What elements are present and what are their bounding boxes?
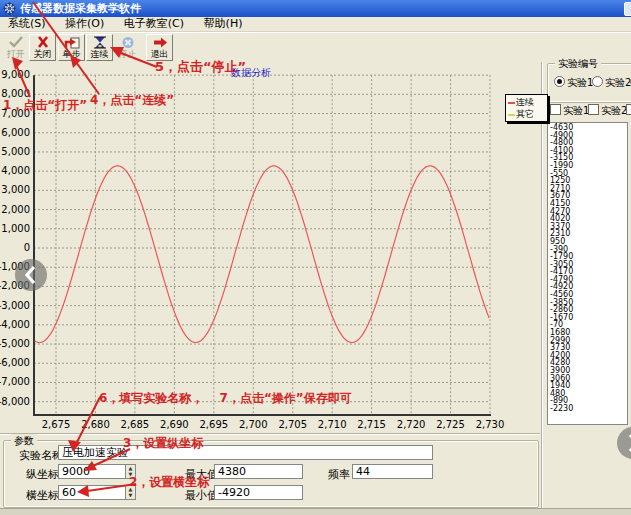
y-axis-input[interactable]: 9000 bbox=[58, 464, 126, 479]
continuous-button[interactable]: 连续 bbox=[86, 34, 113, 61]
radio-experiment-1[interactable]: 实验1 bbox=[554, 76, 593, 90]
svg-text:2,715: 2,715 bbox=[357, 419, 386, 430]
svg-text:4,000: 4,000 bbox=[1, 165, 30, 176]
stop-circle-icon bbox=[115, 36, 140, 49]
svg-text:-7,000: -7,000 bbox=[0, 376, 30, 387]
window-control-button[interactable] bbox=[624, 2, 631, 16]
svg-text:2,710: 2,710 bbox=[318, 419, 347, 430]
legend-line-icon bbox=[508, 102, 515, 104]
checkbox-icon bbox=[588, 104, 599, 115]
open-check-icon bbox=[3, 36, 28, 49]
experiment-number-group: 实验编号 实验1 实验2 实验3 bbox=[547, 63, 631, 103]
params-group: 参数 实验名称 压电加速实验 纵坐标 9000 ▲▼ 横坐标 60 ▲▼ 最大值… bbox=[3, 440, 539, 508]
svg-text:2,725: 2,725 bbox=[436, 419, 465, 430]
svg-text:2,720: 2,720 bbox=[397, 419, 426, 430]
checkbox-icon bbox=[626, 104, 631, 115]
svg-text:5,000: 5,000 bbox=[1, 146, 30, 157]
annotation-step4: 4，点击“连续” bbox=[90, 92, 174, 109]
svg-text:9,000: 9,000 bbox=[1, 69, 30, 80]
svg-text:2,705: 2,705 bbox=[278, 419, 307, 430]
window-bottom-edge bbox=[0, 508, 631, 515]
exit-arrow-icon bbox=[147, 36, 172, 49]
svg-text:2,685: 2,685 bbox=[121, 419, 150, 430]
checkbox-experiment-1[interactable]: 实验1 bbox=[550, 104, 589, 118]
svg-text:2,700: 2,700 bbox=[239, 419, 268, 430]
svg-text:0: 0 bbox=[24, 242, 30, 253]
menu-system[interactable]: 系统(S) bbox=[0, 17, 54, 31]
annotation-step5: 5，点击“停止” bbox=[155, 58, 246, 76]
svg-text:-3,000: -3,000 bbox=[0, 300, 30, 311]
toolbar: 打开 关闭 单步 bbox=[0, 32, 631, 63]
legend-item-other: 其它 bbox=[506, 108, 547, 120]
window-title: 传感器数据采集教学软件 bbox=[20, 0, 141, 17]
checkbox-experiment-3[interactable]: 实验3 bbox=[626, 104, 631, 118]
stop-button[interactable]: 停止 bbox=[114, 34, 141, 61]
single-step-button[interactable]: 单步 bbox=[58, 34, 85, 61]
min-value-input[interactable]: -4920 bbox=[214, 485, 303, 500]
annotation-step2: 2，设置横坐标 bbox=[129, 474, 209, 491]
svg-text:2,680: 2,680 bbox=[81, 419, 110, 430]
svg-text:-6,000: -6,000 bbox=[0, 357, 30, 368]
svg-text:2,690: 2,690 bbox=[160, 419, 189, 430]
legend-item-continuous: 连续 bbox=[506, 96, 547, 108]
frequency-label: 频率 bbox=[328, 467, 350, 482]
radio-icon bbox=[554, 76, 565, 87]
svg-text:6,000: 6,000 bbox=[1, 127, 30, 138]
menu-help[interactable]: 帮助(H) bbox=[196, 17, 251, 31]
svg-text:1,000: 1,000 bbox=[1, 223, 30, 234]
close-button[interactable]: 关闭 bbox=[29, 34, 56, 61]
close-x-icon bbox=[30, 36, 55, 49]
y-axis-label: 纵坐标 bbox=[26, 467, 59, 482]
group-title: 实验编号 bbox=[555, 57, 601, 71]
open-button[interactable]: 打开 bbox=[2, 34, 29, 61]
legend-line-icon bbox=[508, 114, 515, 116]
annotation-step3: 3，设置纵坐标 bbox=[123, 435, 203, 452]
annotation-step6-7: 6，填写实验名称， 7，点击“操作”保存即可 bbox=[99, 390, 352, 407]
exit-button[interactable]: 退出 bbox=[146, 34, 173, 61]
checkbox-icon bbox=[550, 104, 561, 115]
gear-icon bbox=[3, 2, 16, 15]
frequency-input[interactable]: 44 bbox=[352, 464, 433, 479]
app-window: 传感器数据采集教学软件 系统(S) 操作(O) 电子教室(C) 帮助(H) 打开… bbox=[0, 0, 631, 515]
annotation-step1: 1，点击“打开” bbox=[3, 97, 87, 114]
menu-bar: 系统(S) 操作(O) 电子教室(C) 帮助(H) bbox=[0, 17, 631, 32]
svg-text:-5,000: -5,000 bbox=[0, 338, 30, 349]
checkbox-experiment-2[interactable]: 实验2 bbox=[588, 104, 627, 118]
radio-icon bbox=[592, 76, 603, 87]
radio-experiment-2[interactable]: 实验2 bbox=[592, 76, 631, 90]
title-bar: 传感器数据采集教学软件 bbox=[0, 0, 631, 17]
menu-eclassroom[interactable]: 电子教室(C) bbox=[116, 17, 192, 31]
step-arrow-icon bbox=[59, 36, 84, 49]
experiment-name-label: 实验名称 bbox=[19, 448, 63, 463]
hourglass-icon bbox=[87, 36, 112, 49]
chevron-right-icon bbox=[617, 427, 631, 459]
svg-text:3,000: 3,000 bbox=[1, 184, 30, 195]
nav-previous-button[interactable] bbox=[15, 259, 47, 291]
nav-next-button[interactable] bbox=[617, 427, 631, 459]
svg-text:-4,000: -4,000 bbox=[0, 319, 30, 330]
svg-text:-8,000: -8,000 bbox=[0, 396, 30, 407]
chevron-left-icon bbox=[15, 259, 47, 291]
waveform-chart: 9,0008,0007,0006,0005,0004,0003,0002,000… bbox=[0, 62, 540, 437]
svg-text:2,675: 2,675 bbox=[42, 419, 71, 430]
svg-text:2,695: 2,695 bbox=[199, 419, 228, 430]
list-item[interactable]: -2230 bbox=[550, 405, 627, 413]
svg-text:2,730: 2,730 bbox=[476, 419, 505, 430]
menu-operate[interactable]: 操作(O) bbox=[57, 17, 112, 31]
x-axis-label: 横坐标 bbox=[26, 488, 59, 503]
x-axis-input[interactable]: 60 bbox=[58, 485, 126, 500]
chart-legend: 连续 其它 bbox=[505, 94, 548, 122]
svg-text:2,000: 2,000 bbox=[1, 204, 30, 215]
max-value-input[interactable]: 4380 bbox=[214, 464, 303, 479]
experiment-name-input[interactable]: 压电加速实验 bbox=[58, 445, 433, 460]
sample-value-list[interactable]: -4630-4900-4800-4100-3150-1990-550125027… bbox=[547, 122, 628, 425]
